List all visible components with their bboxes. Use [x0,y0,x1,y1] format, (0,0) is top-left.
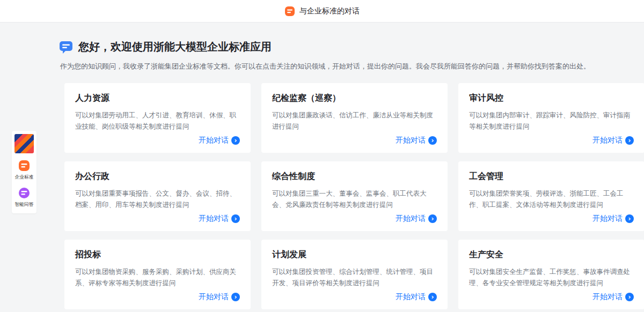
card-title: 审计风控 [469,93,634,104]
sidebar-item-enterprise-standard[interactable]: 企业标准 [13,160,35,181]
sidebar-item-label: 智能问答 [14,201,33,207]
start-chat-link[interactable]: 开始对话 › [75,292,240,302]
start-chat-label: 开始对话 [199,214,229,224]
card-description: 可以对集团重要事项报告、公文、督办、会议、招待、档案、用印、用车等相关制度进行提… [75,188,240,214]
knowledge-card: 人力资源 可以对集团劳动用工、人才引进、教育培训、休假、职业技能、岗位职级等相关… [64,83,251,153]
card-title: 人力资源 [75,93,240,104]
enterprise-standard-icon [18,160,30,172]
start-chat-label: 开始对话 [396,136,426,145]
card-description: 可以对集团物资采购、服务采购、采购计划、供应商关系、评标专家等相关制度进行提问 [75,266,240,292]
arrow-right-icon: › [625,136,634,145]
knowledge-card: 综合性制度 可以对集团三重一大、董事会、监事会、职工代表大会、党风廉政责任制等相… [261,161,448,231]
welcome-subtitle: 作为您的知识顾问，我收录了浙能集团企业标准等文档。你可以在点击关注的知识领域，开… [59,62,644,71]
app-logo[interactable] [14,134,34,153]
card-title: 纪检监察（巡察） [272,93,437,104]
start-chat-link[interactable]: 开始对话 › [469,136,634,145]
main-content: 您好，欢迎使用浙能大模型企业标准应用 作为您的知识顾问，我收录了浙能集团企业标准… [0,40,644,309]
chat-bubble-icon [59,40,73,54]
start-chat-link[interactable]: 开始对话 › [272,136,437,145]
knowledge-card: 纪检监察（巡察） 可以对集团廉政谈话、信访工作、廉洁从业等相关制度进行提问 开始… [261,83,448,153]
start-chat-label: 开始对话 [592,292,623,302]
card-title: 生产安全 [469,249,634,261]
start-chat-link[interactable]: 开始对话 › [75,136,240,145]
header: 与企业标准的对话 [0,0,644,23]
card-description: 可以对集团投资管理、综合计划管理、统计管理、项目开发、项目评价等相关制度进行提问 [272,266,437,292]
card-title: 综合性制度 [272,171,437,182]
arrow-right-icon: › [625,293,634,301]
arrow-right-icon: › [428,293,437,301]
page-title: 与企业标准的对话 [299,6,360,16]
smart-qa-icon [18,187,30,199]
knowledge-card: 招投标 可以对集团物资采购、服务采购、采购计划、供应商关系、评标专家等相关制度进… [64,240,251,309]
start-chat-label: 开始对话 [592,136,623,145]
start-chat-link[interactable]: 开始对话 › [75,214,240,224]
card-description: 可以对集团荣誉奖项、劳模评选、浙能工匠、工会工作、职工提案、文体活动等相关制度进… [469,188,634,214]
card-title: 计划发展 [272,249,437,261]
card-description: 可以对集团廉政谈话、信访工作、廉洁从业等相关制度进行提问 [272,109,437,136]
cards-grid: 人力资源 可以对集团劳动用工、人才引进、教育培训、休假、职业技能、岗位职级等相关… [64,83,644,309]
sidebar: 企业标准 智能问答 [12,131,36,213]
start-chat-label: 开始对话 [592,214,623,224]
knowledge-card: 工会管理 可以对集团荣誉奖项、劳模评选、浙能工匠、工会工作、职工提案、文体活动等… [458,161,644,231]
start-chat-link[interactable]: 开始对话 › [272,292,437,302]
enterprise-standard-icon [284,6,295,17]
card-title: 工会管理 [469,171,634,182]
arrow-right-icon: › [231,214,240,223]
start-chat-label: 开始对话 [199,136,229,145]
arrow-right-icon: › [625,214,634,223]
knowledge-card: 审计风控 可以对集团内部审计、跟踪审计、风险防控、审计指南等相关制度进行提问 开… [458,83,644,153]
card-description: 可以对集团劳动用工、人才引进、教育培训、休假、职业技能、岗位职级等相关制度进行提… [75,109,240,136]
card-title: 办公行政 [75,171,240,182]
knowledge-card: 生产安全 可以对集团安全生产监督、工作奖惩、事故事件调查处理、各专业安全管理规定… [458,240,644,309]
start-chat-label: 开始对话 [199,292,229,302]
card-description: 可以对集团三重一大、董事会、监事会、职工代表大会、党风廉政责任制等相关制度进行提… [272,188,437,214]
card-description: 可以对集团安全生产监督、工作奖惩、事故事件调查处理、各专业安全管理规定等相关制度… [469,266,634,292]
arrow-right-icon: › [428,136,437,145]
arrow-right-icon: › [428,214,437,223]
arrow-right-icon: › [231,293,240,301]
start-chat-label: 开始对话 [396,292,426,302]
knowledge-card: 办公行政 可以对集团重要事项报告、公文、督办、会议、招待、档案、用印、用车等相关… [64,161,251,231]
start-chat-link[interactable]: 开始对话 › [469,214,634,224]
sidebar-item-smart-qa[interactable]: 智能问答 [13,187,35,208]
start-chat-link[interactable]: 开始对话 › [469,292,634,302]
card-description: 可以对集团内部审计、跟踪审计、风险防控、审计指南等相关制度进行提问 [469,109,634,136]
welcome-header: 您好，欢迎使用浙能大模型企业标准应用 [59,40,644,54]
sidebar-item-label: 企业标准 [14,174,33,180]
start-chat-link[interactable]: 开始对话 › [272,214,437,224]
arrow-right-icon: › [231,136,240,145]
welcome-title: 您好，欢迎使用浙能大模型企业标准应用 [78,40,272,54]
start-chat-label: 开始对话 [396,214,426,224]
knowledge-card: 计划发展 可以对集团投资管理、综合计划管理、统计管理、项目开发、项目评价等相关制… [261,240,448,309]
card-title: 招投标 [75,249,240,261]
